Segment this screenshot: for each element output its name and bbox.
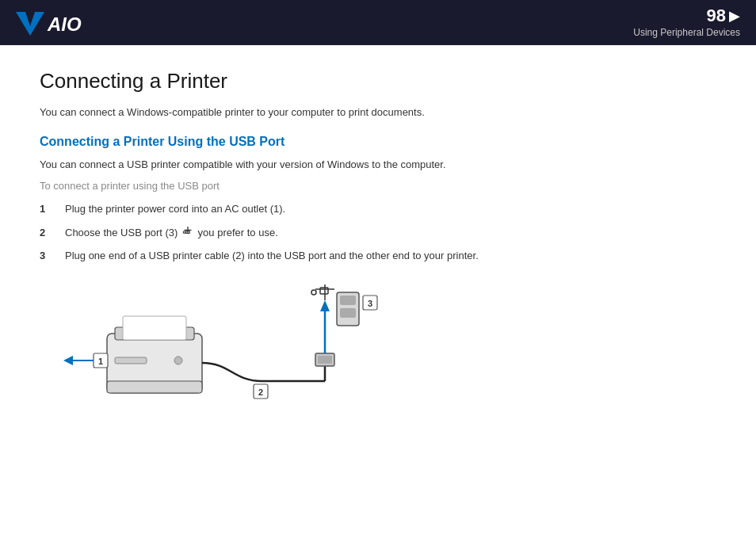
header-arrow: ▶: [729, 7, 740, 25]
svg-text:3: 3: [368, 299, 372, 308]
intro-paragraph: You can connect a Windows-compatible pri…: [40, 105, 716, 120]
svg-rect-8: [123, 316, 186, 340]
usb-section-title: Connecting a Printer Using the USB Port: [40, 135, 716, 149]
header-right: 98 ▶ Using Peripheral Devices: [633, 7, 740, 38]
step-2: 2 Choose the USB port (3) you prefer to …: [40, 225, 716, 241]
svg-text:AIO: AIO: [47, 13, 82, 35]
section-title-header: Using Peripheral Devices: [633, 27, 740, 38]
step-3-text: Plug one end of a USB printer cable (2) …: [65, 248, 479, 264]
usb-symbol-inline: [182, 227, 193, 239]
step-1-num: 1: [40, 201, 59, 217]
step-2-text: Choose the USB port (3) you prefer to us…: [65, 225, 278, 241]
svg-rect-27: [320, 288, 328, 294]
svg-rect-11: [107, 381, 202, 393]
svg-rect-29: [340, 296, 356, 305]
usb-section-intro: You can connect a USB printer compatible…: [40, 157, 716, 173]
step-3-num: 3: [40, 248, 59, 264]
page-content: Connecting a Printer You can connect a W…: [0, 45, 756, 433]
page-title: Connecting a Printer: [40, 69, 716, 93]
procedure-title: To connect a printer using the USB port: [40, 180, 716, 192]
steps-list: 1 Plug the printer power cord into an AC…: [40, 201, 716, 264]
svg-rect-30: [340, 308, 356, 318]
svg-marker-15: [63, 356, 73, 365]
svg-marker-0: [16, 12, 44, 36]
printer-diagram: 1 2: [55, 278, 452, 417]
svg-point-26: [311, 290, 316, 295]
vaio-logo: AIO: [16, 9, 87, 37]
step-2-num: 2: [40, 225, 59, 241]
svg-rect-9: [115, 357, 147, 364]
svg-point-4: [183, 231, 185, 234]
step-1: 1 Plug the printer power cord into an AC…: [40, 201, 716, 217]
svg-text:1: 1: [98, 357, 103, 366]
step-1-text: Plug the printer power cord into an AC o…: [65, 201, 285, 217]
svg-text:2: 2: [258, 387, 263, 397]
vaio-logo-svg: AIO: [16, 9, 87, 37]
step-3: 3 Plug one end of a USB printer cable (2…: [40, 248, 716, 264]
page-number: 98: [707, 7, 726, 25]
svg-marker-23: [320, 300, 330, 311]
page-header: AIO 98 ▶ Using Peripheral Devices: [0, 0, 756, 45]
diagram-container: 1 2: [55, 278, 452, 417]
svg-rect-19: [318, 356, 332, 364]
svg-point-10: [174, 357, 182, 364]
